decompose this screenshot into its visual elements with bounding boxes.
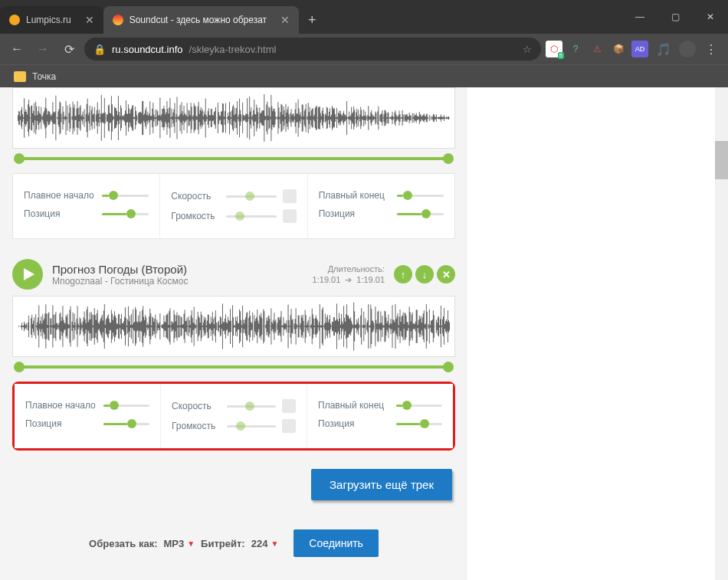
fade-out-slider[interactable] bbox=[396, 399, 442, 411]
fade-in-slider[interactable] bbox=[103, 399, 149, 411]
tab-title: Lumpics.ru bbox=[26, 15, 71, 25]
chevron-down-icon: ▼ bbox=[187, 539, 195, 548]
extension-help-icon[interactable]: ? bbox=[567, 41, 584, 57]
mute-box[interactable] bbox=[282, 419, 296, 433]
speed-reset-box[interactable] bbox=[282, 399, 296, 413]
new-tab-button[interactable]: + bbox=[299, 6, 326, 34]
extension-ad-icon[interactable]: AD bbox=[631, 41, 648, 57]
maximize-button[interactable]: ▢ bbox=[657, 0, 693, 34]
right-empty-area bbox=[467, 87, 728, 580]
duration-to: 1:19.01 bbox=[356, 275, 385, 284]
range-start-handle[interactable] bbox=[14, 362, 25, 372]
speed-reset-box[interactable] bbox=[283, 189, 297, 203]
volume-slider[interactable] bbox=[227, 420, 276, 432]
mute-box[interactable] bbox=[283, 209, 297, 223]
bookmark-folder[interactable]: Точка bbox=[32, 71, 56, 82]
main-content: Плавное начало Позиция Скорость Громкост… bbox=[0, 87, 467, 580]
join-button[interactable]: Соединить bbox=[293, 529, 379, 557]
waveform-canvas bbox=[18, 93, 450, 143]
volume-label: Громкость bbox=[171, 211, 226, 221]
position-slider-2[interactable] bbox=[397, 208, 444, 220]
user-avatar-icon[interactable] bbox=[679, 41, 696, 57]
fade-out-label: Плавный конец bbox=[318, 400, 396, 411]
delete-track-button[interactable]: ✕ bbox=[437, 265, 455, 283]
play-button[interactable] bbox=[12, 259, 43, 290]
volume-slider[interactable] bbox=[226, 210, 276, 222]
position-label: Позиция bbox=[318, 418, 396, 429]
range-end-handle[interactable] bbox=[443, 153, 454, 164]
nav-forward-icon[interactable]: → bbox=[32, 38, 54, 60]
page-scrollbar[interactable] bbox=[715, 87, 728, 580]
position-slider[interactable] bbox=[102, 208, 149, 220]
load-more-track-button[interactable]: Загрузить ещё трек bbox=[311, 469, 452, 500]
fade-in-slider[interactable] bbox=[102, 189, 149, 202]
browser-tab-lumpics[interactable]: Lumpics.ru ✕ bbox=[0, 6, 103, 34]
speed-label: Скорость bbox=[171, 191, 226, 202]
range-start-handle[interactable] bbox=[14, 153, 25, 164]
fade-in-label: Плавное начало bbox=[24, 190, 102, 201]
timeline-range-1[interactable] bbox=[12, 152, 455, 165]
speed-slider[interactable] bbox=[227, 400, 276, 412]
window-titlebar: Lumpics.ru ✕ Soundcut - здесь можно обре… bbox=[0, 0, 728, 34]
chevron-down-icon: ▼ bbox=[271, 539, 278, 548]
fade-out-slider[interactable] bbox=[397, 189, 444, 202]
media-icon[interactable]: 🎵 bbox=[653, 38, 674, 60]
position-label: Позиция bbox=[25, 418, 103, 429]
track-title: Прогноз Погоды (Второй) bbox=[52, 263, 303, 276]
fade-in-label: Плавное начало bbox=[25, 400, 103, 411]
extension-box-icon[interactable]: 📦 bbox=[610, 41, 627, 57]
position-label: Позиция bbox=[319, 208, 397, 219]
move-down-button[interactable]: ↓ bbox=[415, 265, 434, 283]
bitrate-select[interactable]: 224▼ bbox=[251, 538, 279, 549]
url-input[interactable]: 🔒 ru.soundcut.info/skleyka-trekov.html ☆ bbox=[84, 38, 541, 61]
move-up-button[interactable]: ↑ bbox=[394, 265, 412, 283]
range-end-handle[interactable] bbox=[443, 362, 454, 372]
waveform-canvas bbox=[18, 301, 450, 352]
fade-out-label: Плавный конец bbox=[319, 190, 397, 201]
extension-adblock-icon[interactable]: ⬡5 bbox=[546, 41, 562, 57]
favicon-soundcut bbox=[113, 15, 123, 25]
reload-icon[interactable]: ⟳ bbox=[58, 38, 80, 60]
window-close-button[interactable]: ✕ bbox=[693, 0, 728, 34]
tab-close-icon[interactable]: ✕ bbox=[280, 14, 290, 26]
browser-tab-soundcut[interactable]: Soundcut - здесь можно обрезат ✕ bbox=[103, 6, 299, 34]
tab-close-icon[interactable]: ✕ bbox=[85, 14, 94, 26]
waveform-container-1[interactable] bbox=[12, 87, 455, 149]
track1-controls: Плавное начало Позиция Скорость Громкост… bbox=[12, 173, 455, 239]
track2-controls: Плавное начало Позиция Скорость Громкост… bbox=[15, 384, 453, 448]
waveform-container-2[interactable] bbox=[12, 296, 455, 357]
window-controls: — ▢ ✕ bbox=[622, 0, 728, 34]
position-label: Позиция bbox=[24, 208, 102, 219]
minimize-button[interactable]: — bbox=[622, 0, 657, 34]
extension-warning-icon[interactable]: ⚠ bbox=[589, 41, 605, 57]
volume-label: Громкость bbox=[172, 421, 227, 431]
export-footer: Обрезать как: MP3▼ Битрейт: 224▼ Соедини… bbox=[12, 523, 455, 557]
bitrate-label: Битрейт: bbox=[201, 538, 245, 549]
lock-icon: 🔒 bbox=[93, 44, 106, 55]
highlighted-controls-box: Плавное начало Позиция Скорость Громкост… bbox=[12, 382, 455, 451]
format-select[interactable]: MP3▼ bbox=[163, 538, 195, 549]
duration-label: Длительность: bbox=[313, 264, 385, 274]
url-path: /skleyka-trekov.html bbox=[189, 44, 277, 55]
url-host: ru.soundcut.info bbox=[112, 44, 183, 55]
tab-title: Soundcut - здесь можно обрезат bbox=[130, 15, 267, 25]
scrollbar-thumb[interactable] bbox=[715, 141, 728, 179]
track2-header: Прогноз Погоды (Второй) Mnogoznaal - Гос… bbox=[12, 259, 455, 290]
page-viewport: Плавное начало Позиция Скорость Громкост… bbox=[0, 87, 728, 580]
position-slider[interactable] bbox=[103, 418, 149, 430]
bookmarks-bar: Точка bbox=[0, 64, 728, 87]
position-slider-2[interactable] bbox=[396, 418, 442, 430]
extension-icons: ⬡5 ? ⚠ 📦 AD 🎵 ⋮ bbox=[546, 38, 722, 60]
timeline-range-2[interactable] bbox=[12, 360, 455, 374]
nav-back-icon[interactable]: ← bbox=[6, 38, 28, 60]
cut-as-label: Обрезать как: bbox=[89, 538, 157, 549]
bookmark-star-icon[interactable]: ☆ bbox=[523, 44, 532, 55]
duration-from: 1:19.01 bbox=[313, 275, 341, 284]
arrow-right-icon: ➔ bbox=[345, 275, 352, 285]
speed-label: Скорость bbox=[172, 401, 227, 411]
track-artist: Mnogoznaal - Гостиница Космос bbox=[52, 276, 303, 287]
speed-slider[interactable] bbox=[226, 190, 276, 202]
address-bar: ← → ⟳ 🔒 ru.soundcut.info/skleyka-trekov.… bbox=[0, 34, 728, 64]
menu-icon[interactable]: ⋮ bbox=[700, 38, 722, 60]
folder-icon bbox=[14, 71, 26, 82]
